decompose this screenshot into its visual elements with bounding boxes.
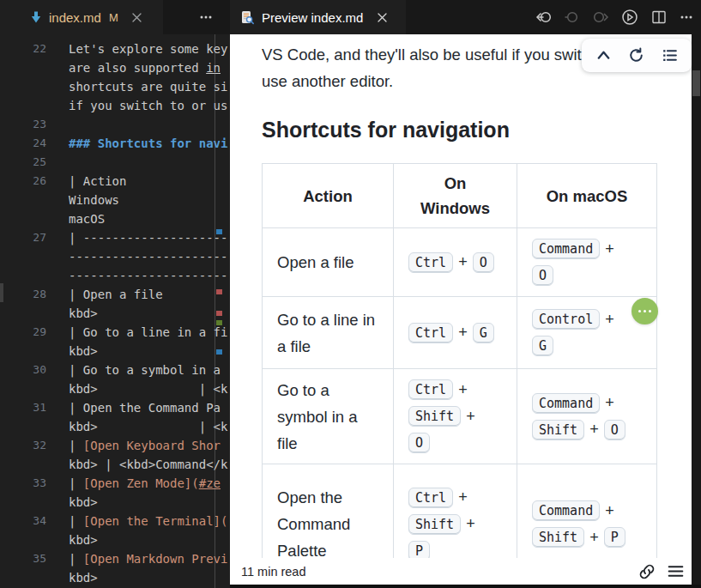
editor-row[interactable]: 32| [Open Keyboard Shor bbox=[0, 436, 230, 455]
editor-row[interactable]: kbd> bbox=[0, 568, 230, 587]
collapse-up-icon[interactable] bbox=[595, 46, 613, 64]
code-segment: | bbox=[69, 476, 83, 490]
go-back-icon[interactable] bbox=[535, 9, 553, 26]
editor-row[interactable]: kbd> bbox=[0, 304, 230, 323]
editor-row[interactable]: kbd> bbox=[0, 530, 230, 549]
line-number bbox=[0, 568, 46, 587]
editor-row[interactable]: 26| Action bbox=[0, 172, 230, 191]
editor-row[interactable]: are also supported in bbox=[0, 58, 230, 77]
editor-row[interactable]: kbd> | <kbd>Command</k bbox=[0, 455, 230, 474]
tab-preview-index-md[interactable]: Preview index.md bbox=[230, 0, 406, 34]
overview-ruler bbox=[215, 34, 215, 588]
editor-row[interactable]: Windows bbox=[0, 191, 230, 209]
editor-row[interactable]: 29| Go to a line in a fi bbox=[0, 323, 230, 342]
plus-separator: + bbox=[458, 488, 468, 506]
table-row: Go to asymbol in afileCtrl+Shift+OComman… bbox=[263, 369, 657, 464]
nav-disabled-icon[interactable] bbox=[564, 9, 581, 26]
left-scrollbar-thumb[interactable] bbox=[0, 283, 3, 302]
editor-row[interactable]: 23 bbox=[0, 115, 230, 134]
close-icon[interactable] bbox=[131, 12, 142, 23]
editor-row[interactable]: 35| [Open Markdown Previ bbox=[0, 549, 230, 568]
editor-group-more-actions-icon[interactable] bbox=[190, 0, 221, 34]
line-number bbox=[0, 417, 46, 436]
kbd-key: Command bbox=[532, 239, 600, 259]
line-number: 24 bbox=[0, 134, 46, 153]
editor-row[interactable]: kbd> bbox=[0, 493, 230, 512]
editor-row[interactable]: kbd> | <k bbox=[0, 417, 230, 436]
kbd-key: Shift bbox=[408, 514, 461, 535]
preview-scrollbar-track[interactable] bbox=[692, 34, 701, 588]
split-editor-icon[interactable] bbox=[650, 9, 668, 26]
line-number bbox=[0, 493, 46, 512]
code-text: Windows bbox=[69, 191, 119, 209]
editor-row[interactable]: 21 bbox=[0, 34, 230, 39]
code-segment: | Open a file bbox=[69, 288, 163, 301]
editor-row[interactable]: 27| -------------------- bbox=[0, 228, 230, 247]
line-number bbox=[0, 58, 46, 77]
editor-row[interactable]: 33| [Open Zen Mode](#ze bbox=[0, 474, 230, 493]
table-cell-action: Go to a line ina file bbox=[263, 297, 394, 369]
editor-row[interactable]: shortcuts are quite si bbox=[0, 77, 230, 96]
editor-row[interactable]: 30| Go to a symbol in a bbox=[0, 361, 230, 379]
code-segment: [Open the Terminal]( bbox=[83, 514, 228, 528]
kbd-key: Ctrl bbox=[408, 488, 453, 508]
preview-floating-toolbar bbox=[582, 39, 692, 72]
run-file-icon[interactable] bbox=[620, 8, 639, 27]
ruler-decoration bbox=[216, 289, 222, 294]
code-text: kbd> bbox=[69, 493, 98, 512]
key-line: Ctrl+ bbox=[408, 379, 516, 400]
link-icon[interactable] bbox=[638, 562, 656, 581]
line-number bbox=[0, 304, 46, 323]
paragraph-line: VS Code, and they'll also be useful if y… bbox=[262, 41, 634, 68]
code-segment: ### Shortcuts for navi bbox=[69, 136, 227, 150]
refresh-icon[interactable] bbox=[627, 46, 645, 64]
line-number bbox=[0, 209, 46, 228]
table-cell-action: Go to asymbol in afile bbox=[263, 369, 394, 464]
editor-row[interactable]: 24### Shortcuts for navi bbox=[0, 134, 230, 153]
close-icon[interactable] bbox=[377, 12, 388, 23]
code-text: | Go to a symbol in a bbox=[69, 361, 221, 379]
code-text: shortcuts are quite si bbox=[69, 77, 227, 96]
preview-scrollbar-thumb[interactable] bbox=[692, 70, 700, 96]
editor-row[interactable]: 31| Open the Command Pa bbox=[0, 398, 230, 417]
kbd-key: Shift bbox=[408, 406, 461, 427]
key-line: Ctrl+ bbox=[408, 488, 516, 508]
line-number: 33 bbox=[0, 474, 46, 493]
editor-row[interactable]: if you switch to or us bbox=[0, 96, 230, 115]
annotation-more-button[interactable] bbox=[632, 298, 658, 324]
line-number bbox=[0, 455, 46, 474]
line-number: 28 bbox=[0, 285, 46, 304]
table-row: Open a fileCtrl+OCommand+O bbox=[263, 228, 657, 297]
plus-separator: + bbox=[589, 529, 599, 547]
line-number bbox=[0, 247, 46, 266]
outline-list-icon[interactable] bbox=[661, 46, 679, 64]
markdown-source-editor[interactable]: 2122Let's explore some keyare also suppo… bbox=[0, 34, 230, 588]
editor-row[interactable]: 34| [Open the Terminal]( bbox=[0, 512, 230, 530]
code-text: kbd> bbox=[69, 304, 98, 323]
more-actions-icon[interactable] bbox=[679, 9, 694, 25]
editor-row[interactable]: ---------------------- bbox=[0, 247, 230, 266]
table-row: Go to a line ina fileCtrl+GControl+G bbox=[263, 297, 657, 369]
code-text: kbd> bbox=[69, 568, 98, 587]
editor-row[interactable]: 22Let's explore some key bbox=[0, 39, 230, 58]
go-forward-icon[interactable] bbox=[592, 9, 609, 26]
editor-row[interactable]: kbd> bbox=[0, 342, 230, 361]
editor-row[interactable]: kbd> | <k bbox=[0, 379, 230, 398]
plus-separator: + bbox=[458, 324, 468, 342]
code-text: kbd> bbox=[69, 530, 98, 549]
editor-row[interactable]: ---------------------- bbox=[0, 266, 230, 285]
key-line: Shift+O bbox=[532, 420, 656, 440]
editor-row[interactable]: 25 bbox=[0, 153, 230, 172]
tab-index-md[interactable]: index.md M bbox=[0, 0, 163, 34]
editor-row[interactable]: macOS bbox=[0, 209, 230, 228]
code-segment: if you switch to or us bbox=[69, 99, 227, 112]
code-segment: kbd> | <kbd>Command</k bbox=[69, 458, 227, 471]
plus-separator: + bbox=[458, 381, 468, 399]
key-line: Command+ bbox=[532, 393, 656, 414]
menu-icon[interactable] bbox=[667, 562, 685, 580]
editor-row[interactable]: 28| Open a file bbox=[0, 285, 230, 304]
kbd-key: G bbox=[473, 323, 494, 343]
table-header-cell: On macOS bbox=[517, 164, 657, 228]
line-number bbox=[0, 77, 46, 96]
table-header-row: ActionOnWindowsOn macOS bbox=[263, 164, 657, 228]
